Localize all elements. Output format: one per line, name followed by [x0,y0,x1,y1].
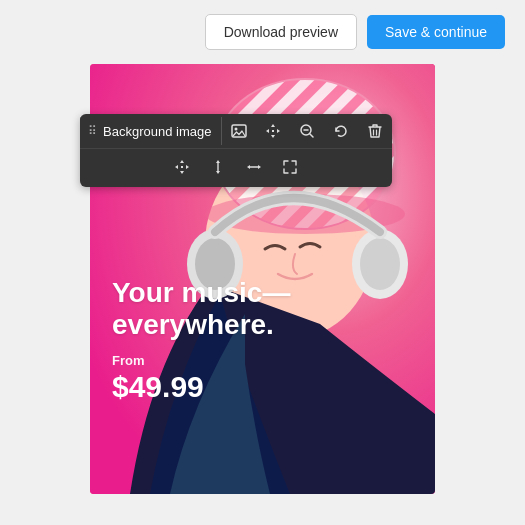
expand-button[interactable] [272,151,308,183]
ad-from-label: From [112,353,290,368]
reset-button[interactable] [324,114,358,148]
zoom-out-button[interactable] [290,114,324,148]
ad-text-overlay: Your music—everywhere. From $49.99 [112,277,290,404]
move-vertical-button[interactable] [200,151,236,183]
image-replace-button[interactable] [222,114,256,148]
ad-price: $49.99 [112,370,290,404]
svg-point-13 [235,128,238,131]
move-all-directions-button[interactable] [164,151,200,183]
save-continue-button[interactable]: Save & continue [367,15,505,49]
ad-headline: Your music—everywhere. [112,277,290,341]
move-button[interactable] [256,114,290,148]
top-bar: Download preview Save & continue [0,0,525,64]
layer-toolbar: ⠿ Background image [80,114,392,187]
svg-line-16 [310,134,313,137]
toolbar-label-area: ⠿ Background image [80,117,221,146]
drag-handle-icon[interactable]: ⠿ [88,124,97,138]
toolbar-row-2 [80,149,392,187]
toolbar-row-1: ⠿ Background image [80,114,392,149]
delete-button[interactable] [358,114,392,148]
download-preview-button[interactable]: Download preview [205,14,357,50]
layer-name-label: Background image [103,124,213,139]
canvas-area: Your music—everywhere. From $49.99 ⠿ Bac… [90,64,435,494]
svg-point-11 [360,238,400,290]
move-horizontal-button[interactable] [236,151,272,183]
